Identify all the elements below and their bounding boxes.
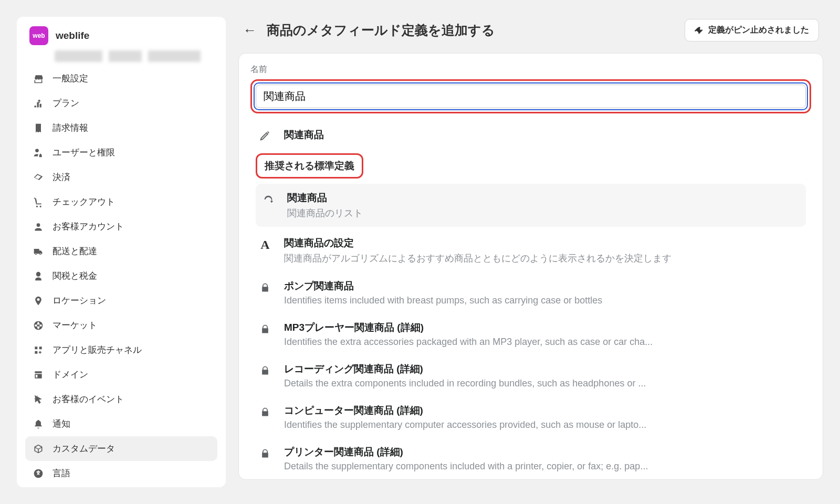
customer-icon bbox=[33, 221, 44, 233]
autocomplete-dropdown: 関連商品 推奨される標準定義 関連商品関連商品のリストA関連商品の設定関連商品が… bbox=[248, 120, 813, 479]
lang-icon bbox=[33, 468, 44, 479]
sidebar-item-label: 配送と配達 bbox=[52, 245, 97, 257]
back-button[interactable]: ← bbox=[243, 23, 257, 38]
sidebar-item-user-lock[interactable]: ユーザーと権限 bbox=[25, 140, 217, 165]
apps-icon bbox=[33, 344, 44, 356]
sidebar-item-customer[interactable]: お客様アカウント bbox=[25, 214, 217, 239]
brand-name: weblife bbox=[56, 30, 89, 41]
pin-icon bbox=[695, 26, 703, 35]
suggestion-title: ポンプ関連商品 bbox=[284, 279, 804, 293]
pencil-icon bbox=[258, 128, 272, 143]
suggestion-item[interactable]: 関連商品関連商品のリスト bbox=[256, 184, 806, 227]
suggestion-desc: Details the extra components included in… bbox=[284, 378, 804, 389]
sidebar-item-truck[interactable]: 配送と配達 bbox=[25, 239, 217, 264]
lock-icon bbox=[258, 280, 272, 295]
sidebar-item-label: 言語 bbox=[52, 467, 70, 479]
pinned-toast-label: 定義がピン止めされました bbox=[708, 25, 809, 36]
cursor-icon bbox=[33, 394, 44, 405]
suggestion-title: コンピューター関連商品 (詳細) bbox=[284, 404, 804, 417]
lock-icon bbox=[258, 446, 272, 461]
suggestion-item[interactable]: プリンター関連商品 (詳細)Details the supplementary … bbox=[248, 438, 813, 479]
definition-card: 名前 関連商品 推奨される標準定義 関連商品関連商品のリストA関連商品の設定関連… bbox=[238, 53, 823, 480]
suggestion-desc: Identifies the supplementary computer ac… bbox=[284, 419, 804, 430]
suggestion-item[interactable]: レコーディング関連商品 (詳細)Details the extra compon… bbox=[248, 355, 813, 396]
suggestion-desc: Details the supplementary components inc… bbox=[284, 461, 804, 472]
sidebar-item-tax[interactable]: 関税と税金 bbox=[25, 264, 217, 288]
sidebar-item-receipt[interactable]: 請求情報 bbox=[25, 116, 217, 140]
page-header: ← 商品のメタフィールド定義を追加する 定義がピン止めされました bbox=[238, 17, 823, 44]
sidebar-item-cursor[interactable]: お客様のイベント bbox=[25, 387, 217, 412]
sidebar-item-label: お客様のイベント bbox=[52, 393, 124, 405]
sidebar-item-globe[interactable]: マーケット bbox=[25, 313, 217, 338]
suggestion-item[interactable]: コンピューター関連商品 (詳細)Identifies the supplemen… bbox=[248, 396, 813, 438]
settings-sidebar: web weblife 一般設定プラン請求情報ユーザーと権限決済チェックアウトお… bbox=[17, 17, 226, 487]
sidebar-item-label: 一般設定 bbox=[52, 72, 88, 85]
name-field-focusring bbox=[254, 82, 808, 110]
sidebar-item-bell[interactable]: 通知 bbox=[25, 412, 217, 436]
globe-icon bbox=[33, 320, 44, 331]
plan-icon bbox=[33, 98, 44, 109]
user-lock-icon bbox=[33, 147, 44, 159]
sidebar-item-label: お客様アカウント bbox=[52, 220, 124, 233]
cart-icon bbox=[33, 196, 44, 208]
settings-nav: 一般設定プラン請求情報ユーザーと権限決済チェックアウトお客様アカウント配送と配達… bbox=[17, 64, 226, 487]
sidebar-item-label: アプリと販売チャネル bbox=[52, 344, 142, 356]
sidebar-item-lang[interactable]: 言語 bbox=[25, 461, 217, 486]
sidebar-item-cart[interactable]: チェックアウト bbox=[25, 190, 217, 214]
payment-icon bbox=[33, 172, 44, 183]
sidebar-item-label: ドメイン bbox=[52, 369, 88, 381]
sidebar-item-label: マーケット bbox=[52, 319, 97, 331]
suggestion-item[interactable]: ポンプ関連商品Identifies items included with br… bbox=[248, 272, 813, 313]
main-content: ← 商品のメタフィールド定義を追加する 定義がピン止めされました 名前 bbox=[238, 17, 823, 487]
suggestion-title: プリンター関連商品 (詳細) bbox=[284, 445, 804, 459]
brand-header: web weblife bbox=[17, 26, 226, 52]
name-input[interactable] bbox=[256, 85, 806, 108]
package-icon bbox=[33, 443, 44, 455]
sidebar-item-package[interactable]: カスタムデータ bbox=[25, 436, 217, 461]
sidebar-item-plan[interactable]: プラン bbox=[25, 91, 217, 116]
sidebar-item-label: プラン bbox=[52, 97, 79, 109]
suggestion-title: レコーディング関連商品 (詳細) bbox=[284, 362, 804, 376]
suggestion-title: 関連商品 bbox=[287, 191, 801, 205]
sidebar-item-domain[interactable]: ドメイン bbox=[25, 362, 217, 387]
tax-icon bbox=[33, 270, 44, 282]
font-icon: A bbox=[258, 237, 272, 252]
sidebar-item-label: 関税と税金 bbox=[52, 270, 97, 282]
sidebar-item-label: チェックアウト bbox=[52, 196, 115, 208]
suggestion-desc: Identifies items included with breast pu… bbox=[284, 295, 804, 306]
pin-icon bbox=[33, 295, 44, 307]
lock-icon bbox=[258, 322, 272, 337]
sidebar-item-payment[interactable]: 決済 bbox=[25, 165, 217, 190]
domain-icon bbox=[33, 369, 44, 381]
recommended-section-header: 推奨される標準定義 bbox=[256, 153, 363, 178]
bell-icon bbox=[33, 418, 44, 430]
suggestion-desc: 関連商品がアルゴリズムによるおすすめ商品とともにどのように表示されるかを決定しま… bbox=[284, 252, 804, 265]
suggestion-desc: Identifies the extra accessories package… bbox=[284, 337, 804, 348]
lock-icon bbox=[258, 363, 272, 378]
sidebar-item-pin[interactable]: ロケーション bbox=[25, 288, 217, 313]
suggestion-item[interactable]: A関連商品の設定関連商品がアルゴリズムによるおすすめ商品とともにどのように表示さ… bbox=[248, 229, 813, 272]
brand-subtext-blurred bbox=[17, 50, 226, 64]
suggestion-desc: 関連商品のリスト bbox=[287, 207, 801, 219]
name-field-label: 名前 bbox=[250, 64, 811, 75]
suggestion-title: 関連商品の設定 bbox=[284, 236, 804, 250]
receipt-icon bbox=[33, 122, 44, 134]
sidebar-item-label: 請求情報 bbox=[52, 122, 88, 134]
sidebar-item-label: 決済 bbox=[52, 171, 70, 183]
loop-icon bbox=[261, 192, 276, 207]
suggestion-list: 関連商品関連商品のリストA関連商品の設定関連商品がアルゴリズムによるおすすめ商品… bbox=[248, 184, 813, 479]
create-option-label: 関連商品 bbox=[284, 128, 804, 142]
suggestion-item[interactable]: MP3プレーヤー関連商品 (詳細)Identifies the extra ac… bbox=[248, 313, 813, 355]
sidebar-item-label: ユーザーと権限 bbox=[52, 146, 115, 159]
name-field-highlight bbox=[250, 79, 811, 113]
sidebar-item-store[interactable]: 一般設定 bbox=[25, 66, 217, 91]
suggestion-title: MP3プレーヤー関連商品 (詳細) bbox=[284, 321, 804, 334]
pinned-toast: 定義がピン止めされました bbox=[685, 19, 819, 41]
create-option[interactable]: 関連商品 bbox=[248, 120, 813, 150]
page-title: 商品のメタフィールド定義を追加する bbox=[267, 22, 675, 39]
lock-icon bbox=[258, 405, 272, 419]
sidebar-item-label: 通知 bbox=[52, 418, 70, 430]
brand-badge: web bbox=[29, 26, 48, 45]
sidebar-item-label: カスタムデータ bbox=[52, 443, 115, 455]
sidebar-item-apps[interactable]: アプリと販売チャネル bbox=[25, 338, 217, 362]
